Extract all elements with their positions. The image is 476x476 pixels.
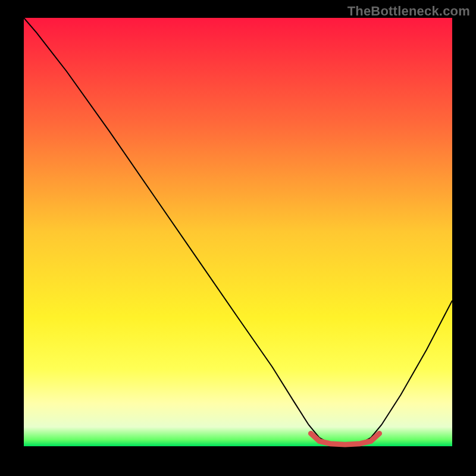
plot-background <box>24 18 452 446</box>
watermark-text: TheBottleneck.com <box>347 4 470 19</box>
bottleneck-chart <box>0 0 476 476</box>
chart-container: TheBottleneck.com <box>0 0 476 476</box>
